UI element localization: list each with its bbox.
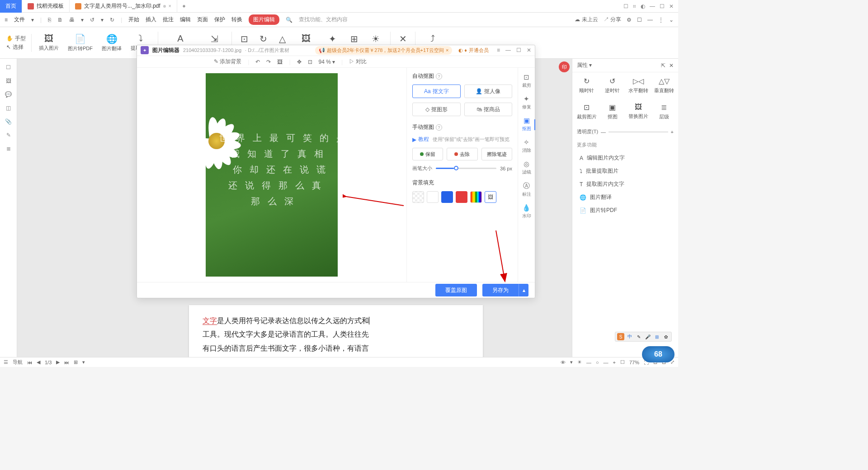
editor-close-icon[interactable]: ✕ (527, 47, 531, 53)
chevron-down-icon[interactable]: ▾ (81, 17, 84, 23)
vtab-滤镜[interactable]: ◎滤镜 (522, 160, 531, 175)
image-icon[interactable]: 🖼 (277, 59, 283, 65)
canvas[interactable]: 世 界 上 最 可 笑 的 是 我 知 道 了 真 相 你 却 还 在 说 谎 … (137, 68, 406, 282)
nav-toggle-icon[interactable]: ☰ (4, 359, 8, 365)
cutout-抠图形[interactable]: ◇抠图形 (412, 103, 461, 116)
menu-protect[interactable]: 保护 (214, 16, 225, 24)
chevron-down-icon[interactable]: ▾ (101, 17, 104, 23)
vtab-抠图[interactable]: ▣抠图 (522, 117, 531, 132)
compare-button[interactable]: ▷ 对比 (349, 58, 367, 66)
edited-image[interactable]: 世 界 上 最 可 笑 的 是 我 知 道 了 真 相 你 却 还 在 说 谎 … (206, 73, 338, 277)
save-as-dropdown[interactable]: ▴ (519, 284, 528, 296)
menu-edit[interactable]: 编辑 (180, 16, 191, 24)
theme-icon[interactable]: ◐ (641, 3, 645, 9)
ribbon-图片转PDF[interactable]: 📄图片转PDF (63, 32, 97, 54)
opacity-minus[interactable]: — (601, 129, 606, 135)
cloud-status[interactable]: ☁ 未上云 (575, 16, 598, 24)
save-as-button[interactable]: 另存为 (482, 284, 519, 296)
ime-pen-icon[interactable]: ✎ (635, 333, 642, 340)
vtab-消除[interactable]: ✧消除 (522, 138, 531, 154)
ime-settings-icon[interactable]: ✿ (662, 333, 670, 340)
more-批量提取图片[interactable]: ⤵批量提取图片 (577, 165, 674, 177)
more-图片转PDF[interactable]: 📄图片转PDF (577, 204, 674, 216)
first-page-icon[interactable]: ⏮ (27, 360, 32, 365)
panel-close-icon[interactable]: ✕ (669, 62, 674, 69)
more-icon[interactable]: ⋮ (658, 17, 664, 23)
menu-annotate[interactable]: 批注 (163, 16, 174, 24)
open-icon[interactable]: ⎘ (48, 17, 51, 23)
brightness-icon[interactable]: ☀ (577, 359, 582, 365)
view-caret-icon[interactable]: ▾ (82, 359, 85, 365)
more-提取图片内文字[interactable]: T提取图片内文字 (577, 178, 674, 190)
rp-逆时针[interactable]: ↺逆时针 (601, 77, 624, 94)
cutout-抠人像[interactable]: 👤抠人像 (464, 85, 513, 98)
last-page-icon[interactable]: ⏭ (64, 360, 69, 365)
rp-垂直翻转[interactable]: △▽垂直翻转 (652, 77, 675, 94)
vtab-标注[interactable]: Ⓐ标注 (522, 182, 531, 197)
pill-去除[interactable]: 去除 (447, 148, 477, 160)
more-编辑图片内文字[interactable]: A编辑图片内文字 (577, 152, 674, 164)
print-icon[interactable]: 🖶 (69, 17, 75, 23)
hamburger-icon[interactable]: ≡ (5, 17, 8, 23)
menu-insert[interactable]: 插入 (146, 16, 156, 24)
search-icon[interactable]: 🔍 (286, 17, 292, 23)
swatch-rainbow[interactable] (470, 191, 482, 203)
rail-edit-icon[interactable]: ✎ (6, 132, 11, 138)
tab-document[interactable]: 文字是人类用符号..._加水印.pdf× (70, 0, 177, 13)
panel-popout-icon[interactable]: ⇱ (661, 62, 665, 69)
select-tool[interactable]: ↖ 选择 (6, 43, 26, 51)
rp-水平翻转[interactable]: ▷◁水平翻转 (627, 77, 650, 94)
maximize-icon[interactable]: ☐ (660, 3, 665, 9)
promo-banner[interactable]: 📢 超级会员2年卡仅需￥278，加送2个月会员+1T云空间 × (315, 46, 452, 55)
rail-outline-icon[interactable]: ◫ (6, 105, 11, 111)
chevron-down-icon[interactable]: ▾ (31, 17, 34, 23)
rp-替换图片[interactable]: 🖼替换图片 (627, 103, 650, 120)
ime-lang[interactable]: 中 (626, 333, 633, 340)
vtab-裁剪[interactable]: ⊡裁剪 (522, 73, 531, 89)
ribbon-图片翻译[interactable]: 🌐图片翻译 (97, 32, 126, 54)
performance-badge[interactable]: 68 (642, 346, 675, 362)
grid-view-icon[interactable]: ⊞ (74, 359, 78, 365)
undo-icon[interactable]: ↶ (255, 59, 260, 65)
minimize-panel-icon[interactable]: — (647, 17, 653, 23)
prev-page-icon[interactable]: ◀ (37, 359, 40, 365)
rail-comment-icon[interactable]: 💬 (5, 91, 12, 98)
nav-label[interactable]: 导航 (13, 359, 23, 366)
rp-层级[interactable]: ≣层级 (652, 103, 675, 120)
more-图片翻译[interactable]: 🌐图片翻译 (577, 191, 674, 203)
zoom-slider-knob[interactable]: ○ (596, 360, 599, 365)
ribbon-插入图片[interactable]: 🖼插入图片 (34, 32, 63, 54)
editor-maximize-icon[interactable]: ☐ (516, 47, 521, 53)
menu-start[interactable]: 开始 (128, 16, 139, 24)
fit-width-icon[interactable]: ☐ (620, 359, 625, 365)
window-icon[interactable]: ☐ (637, 17, 642, 23)
zoom-selector[interactable]: 94 % ▾ (319, 59, 335, 65)
menu-convert[interactable]: 转换 (231, 16, 242, 24)
stamp-button[interactable]: 印 (559, 61, 570, 72)
cutout-抠商品[interactable]: 🛍抠商品 (464, 103, 513, 116)
add-background-button[interactable]: ✎ 添加背景 (214, 58, 241, 66)
fit-icon[interactable]: ⊡ (308, 59, 312, 65)
swatch-white[interactable] (427, 191, 439, 203)
tab-templates[interactable]: 找稻壳模板 (22, 0, 70, 13)
promo-close-icon[interactable]: × (446, 47, 448, 53)
redo-icon[interactable]: ↷ (266, 59, 271, 65)
vip-link[interactable]: ◐ ♦ 开通会员 (458, 47, 489, 54)
ime-grid-icon[interactable]: ⊞ (653, 333, 660, 340)
page-indicator[interactable]: 1/3 (45, 360, 52, 365)
vtab-修复[interactable]: ✦修复 (522, 95, 531, 110)
rail-thumbnail-icon[interactable]: 🖼 (6, 78, 11, 84)
swatch-picker[interactable]: 🖼 (485, 191, 496, 203)
opacity-slider[interactable] (609, 132, 668, 132)
search-placeholder[interactable]: 查找功能、文档内容 (299, 16, 348, 24)
rp-裁剪图片[interactable]: ⊡裁剪图片 (575, 103, 598, 120)
rp-抠图[interactable]: ▣抠图 (601, 103, 624, 120)
tab-home[interactable]: 首页 (0, 0, 22, 13)
undo-icon[interactable]: ↺ (90, 17, 94, 23)
brush-size-slider[interactable] (436, 168, 496, 169)
swatch-blue[interactable] (441, 191, 453, 203)
hand-tool[interactable]: ✋ 手型 (6, 35, 26, 42)
swatch-red[interactable] (456, 191, 467, 203)
close-window-icon[interactable]: ✕ (669, 3, 674, 9)
rail-layers-icon[interactable]: ≣ (6, 146, 11, 152)
